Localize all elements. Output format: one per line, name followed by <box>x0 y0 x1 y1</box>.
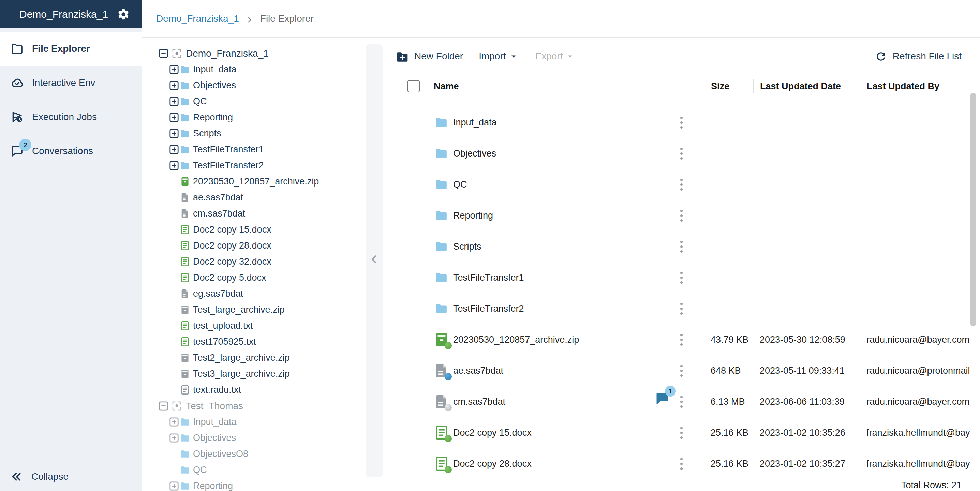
column-header-size[interactable]: Size <box>700 79 753 94</box>
table-row[interactable]: 20230530_120857_archive.zip43.79 KB2023-… <box>396 324 980 355</box>
sidebar-item-interactive-env[interactable]: Interactive Env <box>0 66 142 100</box>
column-header-name[interactable]: Name <box>428 79 644 94</box>
table-row[interactable]: Objectives <box>396 138 980 169</box>
expand-expander-icon[interactable] <box>169 480 180 491</box>
file-name-cell[interactable]: QC <box>428 175 644 194</box>
tree-item[interactable]: Test_large_archive.zip <box>169 302 366 318</box>
expand-expander-icon[interactable] <box>169 160 180 171</box>
tree-item[interactable]: cm.sas7bdat <box>169 206 366 222</box>
tree-item[interactable]: Input_data <box>169 61 366 78</box>
file-size: 43.79 KB <box>700 334 753 345</box>
sidebar-item-execution-jobs[interactable]: Execution Jobs <box>0 100 142 134</box>
tree-item[interactable]: Test2_large_archive.zip <box>169 350 366 366</box>
row-menu-button[interactable] <box>678 270 685 286</box>
new-folder-button[interactable]: New Folder <box>396 50 463 62</box>
table-row[interactable]: Doc2 copy 28.docx25.16 KB2023-01-02 10:3… <box>396 448 980 479</box>
tree-item[interactable]: Doc2 copy 15.docx <box>169 222 366 238</box>
row-menu-button[interactable] <box>678 146 685 162</box>
sidebar-item-conversations[interactable]: 2Conversations <box>0 134 142 168</box>
refresh-file-list-button[interactable]: Refresh File List <box>875 50 962 63</box>
breadcrumb-workspace-link[interactable]: Demo_Franziska_1 <box>156 13 239 24</box>
table-row[interactable]: TestFileTransfer1 <box>396 262 980 293</box>
import-button[interactable]: Import <box>479 51 518 62</box>
tree-item-workspace[interactable]: Test_Thomas <box>158 398 366 414</box>
select-all-checkbox[interactable] <box>407 80 420 92</box>
tree-item[interactable]: QC <box>169 462 366 478</box>
tree-item[interactable]: Objectives <box>169 430 366 446</box>
file-name-cell[interactable]: ae.sas7bdat <box>428 361 644 381</box>
collapse-expander-icon[interactable] <box>158 48 169 59</box>
tree-item[interactable]: TestFileTransfer2 <box>169 157 366 173</box>
tree-panel-collapse-handle[interactable] <box>366 44 383 477</box>
row-menu-button[interactable] <box>678 425 685 441</box>
row-menu-button[interactable] <box>678 114 685 130</box>
tree-item[interactable]: TestFileTransfer1 <box>169 141 366 157</box>
tree-item[interactable]: Reporting <box>169 110 366 126</box>
expand-expander-icon[interactable] <box>169 416 180 427</box>
expand-expander-icon[interactable] <box>169 80 180 91</box>
row-menu-button[interactable] <box>678 332 685 348</box>
tree-item-label: Test2_large_archive.zip <box>193 353 290 363</box>
sidebar-item-file-explorer[interactable]: File Explorer <box>0 32 142 66</box>
tree-item[interactable]: Objectives <box>169 78 366 94</box>
row-menu-button[interactable] <box>678 176 685 193</box>
file-name-cell[interactable]: Reporting <box>428 206 644 226</box>
refresh-label: Refresh File List <box>893 51 962 62</box>
column-header-last-updated-date[interactable]: Last Updated Date <box>753 79 860 94</box>
tree-item[interactable]: ae.sas7bdat <box>169 189 366 206</box>
table-row[interactable]: cm.sas7bdat16.13 MB2023-06-06 11:03:39ra… <box>396 386 980 417</box>
tree-item[interactable]: Input_data <box>169 414 366 430</box>
tree-item[interactable]: eg.sas7bdat <box>169 286 366 302</box>
table-row[interactable]: Doc2 copy 15.docx25.16 KB2023-01-02 10:3… <box>396 417 980 448</box>
tree-item[interactable]: test1705925.txt <box>169 334 366 350</box>
expand-expander-icon[interactable] <box>169 128 180 139</box>
row-menu-button[interactable] <box>678 394 685 410</box>
row-menu-button[interactable] <box>678 208 685 224</box>
vertical-scrollbar[interactable] <box>970 93 976 326</box>
tree-item[interactable]: test_upload.txt <box>169 318 366 334</box>
tree-item-label: test1705925.txt <box>193 337 256 347</box>
expand-expander-icon[interactable] <box>169 112 180 123</box>
file-name-cell[interactable]: Input_data <box>428 113 644 132</box>
tree-item[interactable]: QC <box>169 94 366 110</box>
table-row[interactable]: Input_data <box>396 107 980 138</box>
file-name-cell[interactable]: TestFileTransfer1 <box>428 268 644 288</box>
tree-item[interactable]: Reporting <box>169 478 366 491</box>
file-name-cell[interactable]: Doc2 copy 28.docx <box>428 454 644 474</box>
table-row[interactable]: Reporting <box>396 200 980 231</box>
status-dot-silver <box>445 404 452 411</box>
table-row[interactable]: TestFileTransfer2 <box>396 293 980 324</box>
tree-item[interactable]: Doc2 copy 28.docx <box>169 238 366 254</box>
expand-expander-icon[interactable] <box>169 144 180 155</box>
tree-item[interactable]: ObjectivesO8 <box>169 446 366 462</box>
expand-expander-icon[interactable] <box>169 432 180 443</box>
gear-icon[interactable] <box>117 8 130 21</box>
expand-expander-icon[interactable] <box>169 64 180 75</box>
collapse-expander-icon[interactable] <box>158 400 169 412</box>
file-name-cell[interactable]: Objectives <box>428 143 644 163</box>
tree-item[interactable]: text.radu.txt <box>169 382 366 398</box>
table-row[interactable]: Scripts <box>396 231 980 262</box>
tree-item-workspace[interactable]: Demo_Franziska_1 <box>158 45 366 61</box>
row-menu-button[interactable] <box>678 363 685 379</box>
table-row[interactable]: ae.sas7bdat648 KB2023-05-11 09:33:41radu… <box>396 355 980 386</box>
file-name-cell[interactable]: cm.sas7bdat <box>428 392 644 412</box>
tree-item[interactable]: Scripts <box>169 126 366 141</box>
tree-item[interactable]: Doc2 copy 5.docx <box>169 270 366 286</box>
row-menu-button[interactable] <box>678 239 685 255</box>
expand-expander-icon[interactable] <box>169 96 180 107</box>
tree-item[interactable]: 20230530_120857_archive.zip <box>169 173 366 189</box>
tree-item[interactable]: Test3_large_archive.zip <box>169 366 366 382</box>
file-name-cell[interactable]: Doc2 copy 15.docx <box>428 423 644 443</box>
conversation-indicator[interactable]: 1 <box>654 391 670 406</box>
tree-item[interactable]: Doc2 copy 32.docx <box>169 254 366 270</box>
column-header-last-updated-by[interactable]: Last Updated By <box>860 79 980 94</box>
sidebar-collapse-button[interactable]: Collapse <box>0 470 68 483</box>
file-name-cell[interactable]: Scripts <box>428 237 644 256</box>
file-name-cell[interactable]: TestFileTransfer2 <box>428 299 644 318</box>
row-menu-button[interactable] <box>678 301 685 317</box>
file-name-cell[interactable]: 20230530_120857_archive.zip <box>428 330 644 350</box>
row-menu-button[interactable] <box>678 456 685 472</box>
table-row[interactable]: QC <box>396 169 980 200</box>
indent-spacer <box>169 256 180 267</box>
